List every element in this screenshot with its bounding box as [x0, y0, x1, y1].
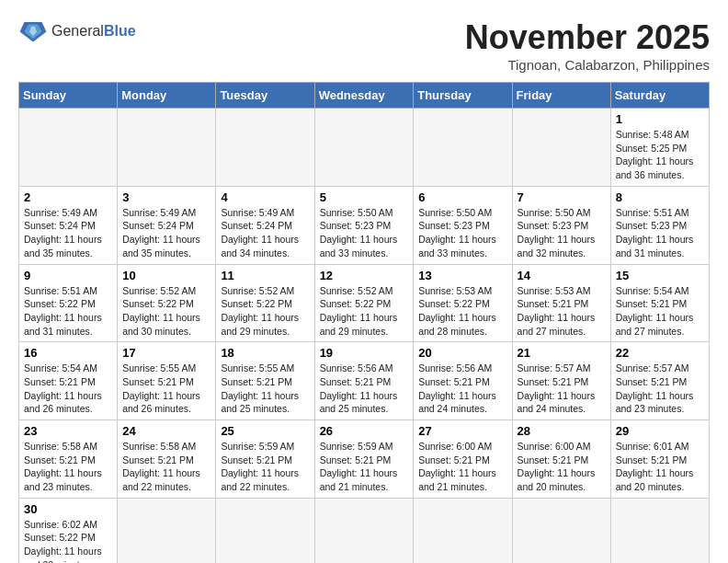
calendar-cell: 24Sunrise: 5:58 AM Sunset: 5:21 PM Dayli… — [118, 420, 216, 499]
calendar-cell: 16Sunrise: 5:54 AM Sunset: 5:21 PM Dayli… — [19, 342, 118, 420]
location-subtitle: Tignoan, Calabarzon, Philippines — [465, 57, 710, 73]
day-number: 12 — [320, 269, 409, 282]
page-header: GeneralBlue November 2025 Tignoan, Calab… — [18, 18, 710, 73]
calendar-cell: 25Sunrise: 5:59 AM Sunset: 5:21 PM Dayli… — [216, 420, 314, 499]
calendar-cell — [118, 109, 216, 187]
column-header-monday: Monday — [118, 83, 216, 109]
title-section: November 2025 Tignoan, Calabarzon, Phili… — [465, 18, 710, 73]
day-info: Sunrise: 6:02 AM Sunset: 5:22 PM Dayligh… — [24, 518, 112, 563]
day-info: Sunrise: 5:49 AM Sunset: 5:24 PM Dayligh… — [221, 206, 309, 260]
calendar-cell: 28Sunrise: 6:00 AM Sunset: 5:21 PM Dayli… — [512, 420, 610, 499]
calendar-table: SundayMondayTuesdayWednesdayThursdayFrid… — [18, 82, 710, 563]
day-number: 29 — [616, 424, 704, 438]
calendar-cell: 10Sunrise: 5:52 AM Sunset: 5:22 PM Dayli… — [118, 264, 216, 342]
calendar-cell — [314, 498, 414, 563]
day-info: Sunrise: 5:51 AM Sunset: 5:22 PM Dayligh… — [24, 284, 112, 339]
day-number: 3 — [122, 190, 210, 204]
column-header-tuesday: Tuesday — [216, 83, 314, 109]
day-info: Sunrise: 5:59 AM Sunset: 5:21 PM Dayligh… — [320, 440, 409, 494]
calendar-cell: 19Sunrise: 5:56 AM Sunset: 5:21 PM Dayli… — [314, 342, 414, 420]
day-info: Sunrise: 5:52 AM Sunset: 5:22 PM Dayligh… — [122, 284, 210, 339]
calendar-cell: 30Sunrise: 6:02 AM Sunset: 5:22 PM Dayli… — [19, 498, 118, 563]
generalblue-logo-icon — [18, 18, 48, 44]
day-info: Sunrise: 5:53 AM Sunset: 5:22 PM Dayligh… — [418, 284, 506, 339]
calendar-cell — [314, 109, 414, 187]
day-info: Sunrise: 5:54 AM Sunset: 5:21 PM Dayligh… — [24, 362, 112, 416]
day-info: Sunrise: 5:50 AM Sunset: 5:23 PM Dayligh… — [418, 206, 506, 260]
calendar-cell — [118, 498, 216, 563]
day-info: Sunrise: 5:56 AM Sunset: 5:21 PM Dayligh… — [320, 362, 409, 416]
day-number: 28 — [518, 424, 606, 438]
day-number: 1 — [616, 112, 704, 126]
day-number: 23 — [24, 424, 112, 438]
day-number: 22 — [616, 346, 704, 360]
calendar-cell: 15Sunrise: 5:54 AM Sunset: 5:21 PM Dayli… — [610, 264, 709, 342]
column-header-friday: Friday — [512, 83, 610, 109]
day-info: Sunrise: 5:57 AM Sunset: 5:21 PM Dayligh… — [518, 362, 606, 416]
calendar-cell — [610, 498, 709, 563]
calendar-cell: 1Sunrise: 5:48 AM Sunset: 5:25 PM Daylig… — [610, 109, 709, 187]
day-info: Sunrise: 5:52 AM Sunset: 5:22 PM Dayligh… — [221, 284, 309, 339]
logo-text: GeneralBlue — [51, 23, 136, 40]
calendar-cell: 7Sunrise: 5:50 AM Sunset: 5:23 PM Daylig… — [512, 186, 610, 264]
column-header-sunday: Sunday — [19, 83, 118, 109]
day-number: 11 — [221, 269, 309, 282]
calendar-cell — [19, 109, 118, 187]
calendar-cell — [216, 109, 314, 187]
calendar-cell — [414, 109, 512, 187]
calendar-cell: 20Sunrise: 5:56 AM Sunset: 5:21 PM Dayli… — [414, 342, 512, 420]
day-number: 2 — [24, 190, 112, 204]
calendar-cell: 29Sunrise: 6:01 AM Sunset: 5:21 PM Dayli… — [610, 420, 709, 499]
day-number: 25 — [221, 424, 309, 438]
calendar-cell: 17Sunrise: 5:55 AM Sunset: 5:21 PM Dayli… — [118, 342, 216, 420]
column-header-saturday: Saturday — [610, 83, 709, 109]
day-info: Sunrise: 5:55 AM Sunset: 5:21 PM Dayligh… — [122, 362, 210, 416]
day-number: 13 — [418, 269, 506, 282]
day-info: Sunrise: 5:53 AM Sunset: 5:21 PM Dayligh… — [518, 284, 606, 339]
day-info: Sunrise: 6:01 AM Sunset: 5:21 PM Dayligh… — [616, 440, 704, 494]
calendar-cell: 5Sunrise: 5:50 AM Sunset: 5:23 PM Daylig… — [314, 186, 414, 264]
day-number: 7 — [518, 190, 606, 204]
column-header-thursday: Thursday — [414, 83, 512, 109]
day-number: 18 — [221, 346, 309, 360]
day-number: 20 — [418, 346, 506, 360]
day-number: 5 — [320, 190, 409, 204]
day-info: Sunrise: 5:54 AM Sunset: 5:21 PM Dayligh… — [616, 284, 704, 339]
day-number: 27 — [418, 424, 506, 438]
day-number: 16 — [24, 346, 112, 360]
day-info: Sunrise: 5:50 AM Sunset: 5:23 PM Dayligh… — [320, 206, 409, 260]
calendar-cell: 2Sunrise: 5:49 AM Sunset: 5:24 PM Daylig… — [19, 186, 118, 264]
calendar-cell: 13Sunrise: 5:53 AM Sunset: 5:22 PM Dayli… — [414, 264, 512, 342]
month-title: November 2025 — [465, 18, 710, 57]
day-info: Sunrise: 5:58 AM Sunset: 5:21 PM Dayligh… — [24, 440, 112, 494]
column-header-wednesday: Wednesday — [314, 83, 414, 109]
calendar-cell: 9Sunrise: 5:51 AM Sunset: 5:22 PM Daylig… — [19, 264, 118, 342]
day-info: Sunrise: 6:00 AM Sunset: 5:21 PM Dayligh… — [518, 440, 606, 494]
calendar-cell — [512, 498, 610, 563]
day-number: 30 — [24, 502, 112, 516]
day-info: Sunrise: 5:50 AM Sunset: 5:23 PM Dayligh… — [518, 206, 606, 260]
day-number: 8 — [616, 190, 704, 204]
day-info: Sunrise: 5:59 AM Sunset: 5:21 PM Dayligh… — [221, 440, 309, 494]
calendar-cell: 4Sunrise: 5:49 AM Sunset: 5:24 PM Daylig… — [216, 186, 314, 264]
calendar-cell: 27Sunrise: 6:00 AM Sunset: 5:21 PM Dayli… — [414, 420, 512, 499]
calendar-cell: 21Sunrise: 5:57 AM Sunset: 5:21 PM Dayli… — [512, 342, 610, 420]
calendar-cell: 6Sunrise: 5:50 AM Sunset: 5:23 PM Daylig… — [414, 186, 512, 264]
calendar-cell: 12Sunrise: 5:52 AM Sunset: 5:22 PM Dayli… — [314, 264, 414, 342]
day-info: Sunrise: 5:51 AM Sunset: 5:23 PM Dayligh… — [616, 206, 704, 260]
calendar-cell — [216, 498, 314, 563]
day-info: Sunrise: 5:48 AM Sunset: 5:25 PM Dayligh… — [616, 128, 704, 182]
day-info: Sunrise: 5:52 AM Sunset: 5:22 PM Dayligh… — [320, 284, 409, 339]
day-number: 17 — [122, 346, 210, 360]
calendar-cell — [414, 498, 512, 563]
calendar-cell: 23Sunrise: 5:58 AM Sunset: 5:21 PM Dayli… — [19, 420, 118, 499]
day-number: 21 — [518, 346, 606, 360]
calendar-cell — [512, 109, 610, 187]
day-number: 4 — [221, 190, 309, 204]
day-number: 15 — [616, 269, 704, 282]
calendar-cell: 26Sunrise: 5:59 AM Sunset: 5:21 PM Dayli… — [314, 420, 414, 499]
day-number: 14 — [518, 269, 606, 282]
calendar-cell: 22Sunrise: 5:57 AM Sunset: 5:21 PM Dayli… — [610, 342, 709, 420]
logo: GeneralBlue — [18, 18, 136, 44]
calendar-cell: 14Sunrise: 5:53 AM Sunset: 5:21 PM Dayli… — [512, 264, 610, 342]
